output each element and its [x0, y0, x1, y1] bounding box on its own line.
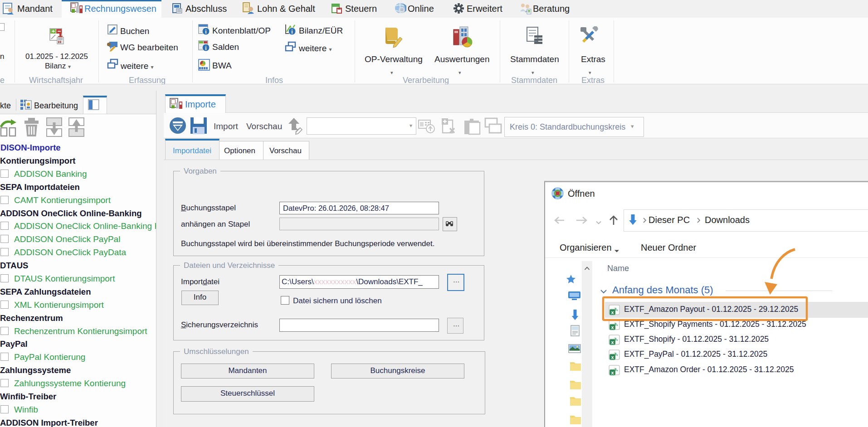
svg-text:x: x [611, 310, 614, 315]
svg-text:x: x [611, 325, 614, 330]
svg-text:x: x [611, 370, 614, 375]
svg-text:x: x [611, 354, 614, 360]
svg-text:x: x [611, 340, 614, 345]
